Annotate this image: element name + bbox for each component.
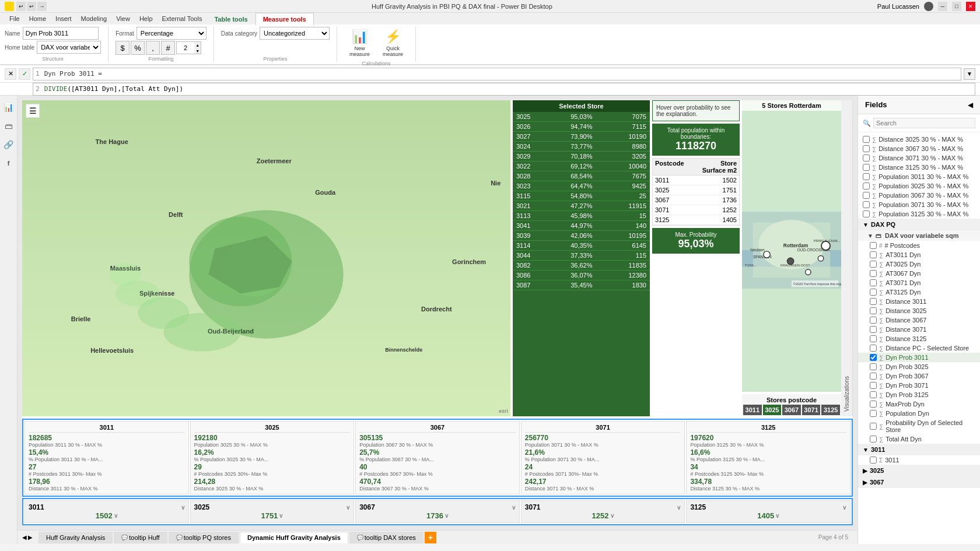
fields-item[interactable]: ∑Distance 3067 30 % - MAX % [858, 144, 980, 153]
fields-item[interactable]: ∑AT3071 Dyn [858, 278, 980, 287]
field-checkbox[interactable] [863, 201, 870, 208]
decimals-up[interactable]: ▲ [194, 42, 201, 48]
hash-btn[interactable]: # [161, 41, 175, 55]
bottom-card-3011[interactable]: 3011 182685 Population 3011 30 % - MAX %… [24, 421, 189, 494]
field-checkbox[interactable] [870, 373, 877, 380]
field-checkbox[interactable] [870, 423, 877, 430]
store-selector-3071[interactable]: 3071∨ 1252∨ [521, 500, 685, 523]
fields-item[interactable]: ## Postcodes [858, 241, 980, 250]
field-checkbox[interactable] [870, 457, 877, 464]
field-checkbox[interactable] [870, 298, 877, 305]
fields-item[interactable]: ∑Distance PC - Selected Store [858, 343, 980, 353]
field-checkbox[interactable] [870, 363, 877, 370]
field-checkbox[interactable] [863, 164, 870, 171]
page-tab-tooltip-pq-stores[interactable]: 💬tooltip PQ stores [169, 532, 239, 543]
field-checkbox[interactable] [863, 145, 870, 152]
fields-item[interactable]: ∑Distance 3011 [858, 297, 980, 306]
fields-item[interactable]: ∑Distance 3125 [858, 334, 980, 343]
format-select[interactable]: Percentage [136, 27, 206, 40]
field-checkbox[interactable] [870, 382, 877, 389]
store-selector-3125[interactable]: 3125∨ 1405∨ [686, 500, 850, 523]
fields-collapse-btn[interactable]: ◀ [968, 101, 973, 109]
field-checkbox[interactable] [870, 345, 877, 352]
home-table-select[interactable]: DAX voor variabele... [37, 41, 101, 54]
field-checkbox[interactable] [870, 326, 877, 333]
currency-btn[interactable]: $ [116, 41, 130, 55]
fields-item[interactable]: ∑AT3011 Dyn [858, 250, 980, 259]
reports-icon[interactable]: 📊 [2, 100, 16, 114]
store-table-row[interactable]: 308636,07%12380 [513, 271, 650, 280]
postcode-btn-3125[interactable]: 3125 [821, 405, 840, 415]
bottom-card-3071[interactable]: 3071 256770 Population 3071 30 % - MAX %… [521, 421, 685, 494]
field-checkbox[interactable] [863, 183, 870, 189]
page-prev-btn[interactable]: ◀ [22, 534, 27, 541]
store-table-row[interactable]: 302694,74%7115 [513, 122, 650, 132]
store-table-row[interactable]: 311554,80%25 [513, 191, 650, 201]
minimize-btn[interactable]: ─ [938, 2, 947, 11]
fields-item[interactable]: ∑Distance 3025 30 % - MAX % [858, 135, 980, 144]
percent-btn[interactable]: % [131, 41, 145, 55]
name-input[interactable] [23, 27, 99, 40]
postcode-btn-3011[interactable]: 3011 [743, 405, 762, 415]
fields-section-3025[interactable]: ▶3025 [858, 465, 980, 476]
formula-content[interactable]: 1 Dyn Prob 3011 = [33, 68, 961, 80]
store-table-row[interactable]: 302868,54%7675 [513, 171, 650, 181]
new-measure-btn[interactable]: 📊 Newmeasure [344, 27, 375, 59]
bottom-card-3025[interactable]: 3025 192180 Population 3025 30 % - MAX %… [190, 421, 355, 494]
fields-item-3011-sum[interactable]: Σ3011 [858, 455, 980, 465]
map-section[interactable]: ☰ The Hague Zoetermeer Delft Gouda Maass… [22, 100, 510, 416]
fields-item[interactable]: ∑Distance 3071 [858, 325, 980, 334]
bottom-card-3067[interactable]: 3067 305135 Population 3067 30 % - MAX %… [355, 421, 520, 494]
fields-item[interactable]: ∑Dyn Prob 3067 [858, 371, 980, 381]
field-checkbox[interactable] [870, 270, 877, 277]
page-tab-dynamic-huff-gravity-analysis[interactable]: Dynamic Huff Gravity Analysis [240, 532, 348, 543]
fields-item[interactable]: ∑Distance 3067 [858, 315, 980, 325]
fields-section-3067[interactable]: ▶3067 [858, 476, 980, 488]
fields-subsection-dax-var[interactable]: ▼🗃DAX voor variabele sqm [858, 230, 980, 241]
field-checkbox[interactable] [870, 261, 877, 268]
add-page-btn[interactable]: + [425, 532, 436, 543]
fields-item[interactable]: ∑Distance 3125 30 % - MAX % [858, 163, 980, 172]
fields-item[interactable]: ∑Total Att Dyn [858, 434, 980, 444]
fields-item[interactable]: ∑Distance 3071 30 % - MAX % [858, 153, 980, 163]
field-checkbox[interactable] [863, 210, 870, 217]
tab-measure-tools[interactable]: Measure tools [256, 13, 314, 25]
tab-table-tools[interactable]: Table tools [206, 13, 255, 25]
page-next-btn[interactable]: ▶ [28, 534, 33, 541]
fields-item[interactable]: ∑AT3125 Dyn [858, 287, 980, 297]
page-tab-huff-gravity-analysis[interactable]: Huff Gravity Analysis [38, 532, 113, 543]
store-table-row[interactable]: 302147,27%11915 [513, 201, 650, 211]
fields-item[interactable]: ∑MaxProb Dyn [858, 399, 980, 409]
store-selector-3025[interactable]: 3025∨ 1751∨ [190, 500, 355, 523]
field-checkbox[interactable] [870, 436, 877, 443]
fields-item[interactable]: ∑Population 3071 30 % - MAX % [858, 200, 980, 209]
model-icon[interactable]: 🔗 [2, 138, 16, 152]
store-table-row[interactable]: 303942,06%10195 [513, 231, 650, 241]
fields-search-input[interactable] [873, 118, 975, 128]
visualizations-toggle[interactable]: Visualizations [841, 100, 853, 416]
store-table-row[interactable]: 302269,12%10040 [513, 162, 650, 171]
store-selector-3067[interactable]: 3067∨ 1736∨ [355, 500, 520, 523]
fields-section-3011[interactable]: ▼3011 [858, 444, 980, 455]
store-table-row[interactable]: 311440,35%6145 [513, 241, 650, 251]
store-table-row[interactable]: 302473,77%8980 [513, 142, 650, 152]
fields-item[interactable]: ∑AT3067 Dyn [858, 269, 980, 278]
dax-icon[interactable]: f [2, 156, 16, 170]
menu-help[interactable]: Help [135, 13, 158, 24]
fields-section-dax-pq[interactable]: ▼DAX PQ [858, 219, 980, 230]
field-checkbox[interactable] [870, 335, 877, 342]
postcode-btn-3067[interactable]: 3067 [782, 405, 801, 415]
maximize-btn[interactable]: □ [952, 2, 961, 11]
store-table-row[interactable]: 311345,98%15 [513, 211, 650, 221]
menu-modeling[interactable]: Modeling [76, 13, 112, 24]
formula-confirm-btn[interactable]: ✓ [19, 68, 30, 80]
page-tab-tooltip-huff[interactable]: 💬tooltip Huff [114, 532, 167, 543]
bottom-card-3125[interactable]: 3125 197620 Population 3125 30 % - MAX %… [686, 421, 850, 494]
menu-file[interactable]: File [5, 13, 24, 24]
field-checkbox[interactable] [870, 307, 877, 314]
fields-item[interactable]: ∑Dyn Prob 3125 [858, 390, 980, 399]
field-checkbox[interactable] [870, 410, 877, 417]
fields-item[interactable]: ∑Dyn Prob 3025 [858, 362, 980, 371]
toolbar-btn2[interactable]: ↩ [27, 2, 36, 11]
field-checkbox[interactable] [863, 192, 870, 199]
